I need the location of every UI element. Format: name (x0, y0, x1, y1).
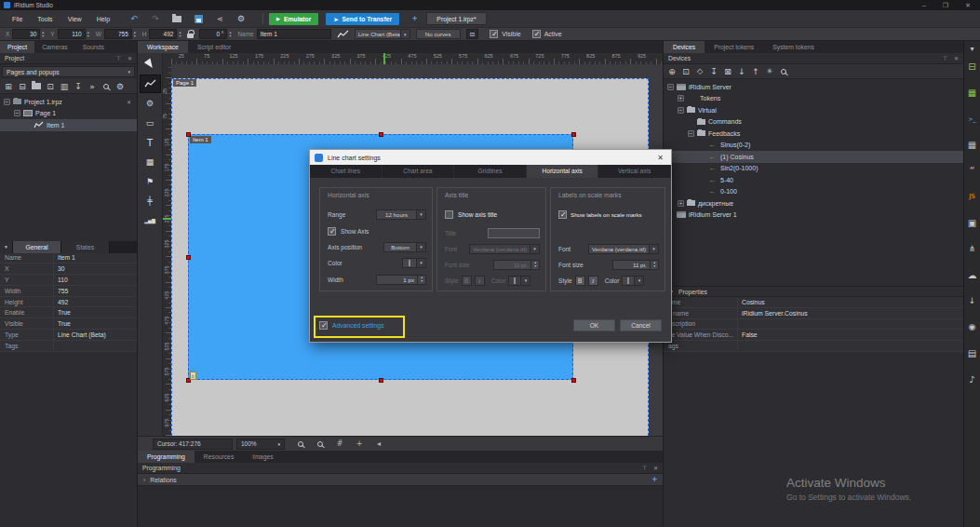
routing-icon[interactable]: ⋔ (965, 241, 980, 256)
zoom-in-icon[interactable] (294, 438, 307, 450)
pin-icon[interactable]: ⊤ (943, 55, 947, 61)
tab-chart-lines[interactable]: Chart lines (310, 165, 383, 178)
settings-icon[interactable]: ⚙ (141, 95, 160, 112)
tab-sounds[interactable]: Sounds (75, 41, 112, 53)
prop-value[interactable]: 30 (54, 265, 65, 272)
width-stepper[interactable]: ▲▼ (133, 31, 137, 37)
add-device-icon[interactable]: ⊕ (665, 65, 678, 77)
width-field[interactable]: 755 (104, 29, 132, 39)
angle-stepper[interactable]: ▲▼ (228, 31, 232, 37)
line-chart-icon[interactable] (141, 75, 160, 92)
tree-item-page-1[interactable]: −Page 1 (0, 108, 137, 120)
show-axis-title-checkbox[interactable] (445, 210, 453, 219)
tab-chart-area[interactable]: Chart area (383, 165, 455, 178)
collapse-button[interactable]: ▼ (0, 241, 13, 253)
select-cursor-icon[interactable] (141, 56, 160, 73)
device-panel-icon[interactable]: ⊟ (965, 59, 980, 74)
minimize-button[interactable]: – (922, 2, 926, 9)
dialog-close-icon[interactable]: ✕ (657, 154, 666, 162)
expander-icon[interactable]: − (678, 107, 684, 114)
show-axis-checkbox[interactable] (328, 227, 336, 236)
button-icon[interactable]: ▭ (141, 115, 160, 131)
angle-field[interactable]: 0 ° (199, 29, 227, 39)
new-project-tab-button[interactable]: + (412, 14, 417, 23)
tree-item-5-40[interactable]: ←5-40 (664, 174, 963, 186)
expander-icon[interactable]: − (688, 130, 694, 137)
tree-item-sin2-0-1000-[interactable]: ←Sin2(0-1000) (664, 163, 963, 175)
font-dropdown[interactable]: Verdana (verdana.ttf)▾ (588, 244, 659, 254)
sounds-icon[interactable]: ♪ (965, 372, 980, 386)
resize-handle[interactable] (379, 132, 383, 137)
prop-value[interactable]: True (54, 309, 71, 316)
close-button[interactable]: ✕ (965, 2, 971, 9)
save-icon[interactable] (192, 13, 205, 25)
resize-handle[interactable] (186, 132, 191, 137)
expander-icon[interactable]: + (678, 95, 684, 101)
emulator-button[interactable]: ▶ Emulator (269, 13, 318, 25)
tab-cameras[interactable]: Cameras (34, 41, 75, 53)
font-color-dropdown[interactable]: ▾ (622, 276, 644, 286)
js-editor-icon[interactable]: JS (965, 189, 980, 204)
tree-item--1-cosinus[interactable]: ←(1) Cosinus (664, 151, 963, 163)
store-icon[interactable]: ↓ (965, 293, 980, 308)
snap-toggle-icon[interactable]: + (353, 438, 366, 450)
tab-system-tokens[interactable]: System tokens (763, 41, 824, 53)
open-project-icon[interactable] (170, 13, 183, 25)
tab-workspace[interactable]: Workspace (138, 41, 188, 53)
tab-images[interactable]: Images (243, 451, 282, 463)
prop-value[interactable]: 110 (54, 277, 68, 283)
tab-script-editor[interactable]: Script editor (188, 41, 240, 53)
tree-item-0-100[interactable]: ←0-100 (664, 186, 963, 198)
font-color-dropdown[interactable]: ▾ (508, 276, 530, 286)
item-type-dropdown[interactable]: Line Chart (Beta)▾ (355, 29, 410, 39)
tree-item-virtual[interactable]: −Virtual (664, 104, 963, 116)
settings-icon[interactable]: ⚙ (235, 13, 248, 25)
prop-value[interactable]: Cosinus (738, 299, 765, 305)
zoom-level[interactable]: 100%▾ (236, 439, 285, 450)
cloud-icon[interactable]: ☁ (965, 267, 980, 282)
search-icon[interactable] (777, 65, 790, 77)
undo-icon[interactable]: ↶ (128, 13, 141, 25)
widgets-icon[interactable]: ▤ (965, 345, 980, 360)
close-project-icon[interactable]: ✕ (127, 99, 131, 105)
camera-icon[interactable]: ◉ (965, 319, 980, 334)
levels-icon[interactable]: ▂▅▇ (141, 212, 160, 229)
chevron-down-icon[interactable]: ▾ (965, 44, 980, 53)
pin-icon[interactable]: ⊤ (116, 55, 121, 61)
expander-icon[interactable]: − (14, 110, 20, 116)
script-editor-icon[interactable]: >_ (965, 111, 980, 126)
tab-horizontal-axis[interactable]: Horizontal axis (527, 165, 599, 178)
axis-position-dropdown[interactable]: Bottom▾ (383, 242, 426, 252)
grid-panel-icon[interactable]: ▦ (965, 137, 980, 152)
prop-value[interactable]: False (738, 331, 758, 338)
active-checkbox[interactable] (532, 30, 541, 38)
prop-value[interactable]: Item 1 (54, 254, 75, 261)
add-page-icon[interactable]: ⊞ (2, 80, 15, 92)
flag-icon[interactable]: ⚑ (141, 173, 160, 190)
tab-general[interactable]: General (13, 241, 61, 253)
pages-popups-dropdown[interactable]: Pages and popups▾ (2, 66, 135, 77)
prop-value[interactable]: 755 (54, 288, 68, 294)
x-field[interactable]: 30 (12, 29, 40, 39)
tab-devices[interactable]: Devices (664, 41, 705, 53)
visible-checkbox[interactable] (490, 30, 498, 38)
share-icon[interactable]: ⋖ (213, 13, 226, 25)
resize-handle[interactable] (379, 378, 383, 383)
add-folder-icon[interactable] (30, 80, 43, 92)
text-icon[interactable]: T (141, 134, 160, 151)
axis-color-dropdown[interactable]: ▾ (402, 258, 426, 268)
tab-project-tokens[interactable]: Project tokens (705, 41, 763, 53)
bold-button[interactable]: B (462, 276, 472, 286)
tree-item-commands[interactable]: Commands (664, 116, 963, 128)
menu-help[interactable]: Help (90, 16, 116, 22)
redo-icon[interactable]: ↷ (149, 13, 162, 25)
tab-states[interactable]: States (61, 241, 110, 253)
add-popup-icon[interactable]: ⊟ (16, 80, 29, 92)
send-to-transfer-button[interactable]: ➤ Send to Transfer (326, 13, 399, 25)
download-device-icon[interactable]: ↧ (707, 65, 720, 77)
expander-icon[interactable]: − (667, 84, 674, 90)
tab-project[interactable]: Project (0, 41, 34, 53)
curves-options-button[interactable]: ⊡ (466, 29, 478, 39)
tree-item-item-1[interactable]: Item 1 (0, 119, 137, 131)
tree-item-дискретные[interactable]: +дискретные (664, 197, 963, 209)
